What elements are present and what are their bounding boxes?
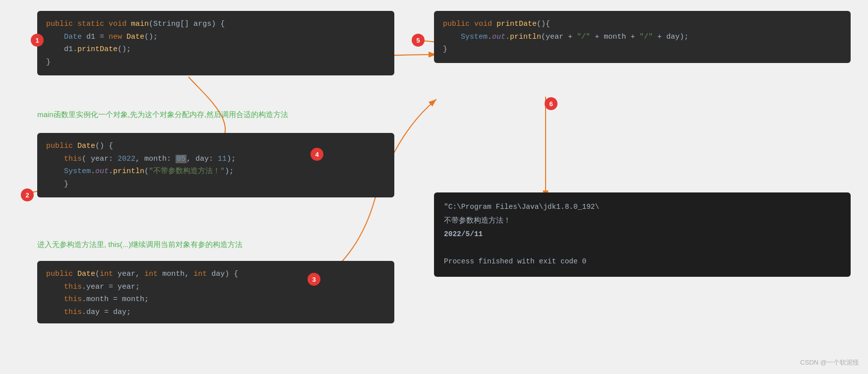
- output-line-5: Process finished with exit code 0: [444, 255, 841, 269]
- code-box-printdate: public void printDate(){ System.out.prin…: [434, 11, 851, 63]
- output-line-3: 2022/5/11: [444, 228, 841, 242]
- output-line-4: [444, 242, 841, 255]
- badge-6: 6: [545, 97, 558, 110]
- badge-3: 3: [308, 273, 320, 286]
- badge-2: 2: [21, 188, 34, 201]
- code-box-main: public static void main(String[] args) {…: [37, 11, 394, 75]
- code-box-noarg-constructor: public Date() { this( year: 2022, month:…: [37, 133, 394, 197]
- output-box: "C:\Program Files\Java\jdk1.8.0_192\ 不带参…: [434, 192, 851, 277]
- badge-4: 4: [310, 148, 323, 161]
- watermark: CSDN @一个软泥怪: [800, 358, 859, 367]
- badge-5: 5: [412, 34, 425, 47]
- annotation-2: 进入无参构造方法里, this(...)继续调用当前对象有参的构造方法: [37, 240, 243, 249]
- output-line-2: 不带参数构造方法！: [444, 214, 841, 228]
- output-line-1: "C:\Program Files\Java\jdk1.8.0_192\: [444, 200, 841, 214]
- code-box-param-constructor: public Date(int year, int month, int day…: [37, 261, 394, 323]
- badge-1: 1: [31, 34, 44, 47]
- annotation-1: main函数里实例化一个对象,先为这个对象分配内存,然后调用合适的构造方法: [37, 110, 288, 120]
